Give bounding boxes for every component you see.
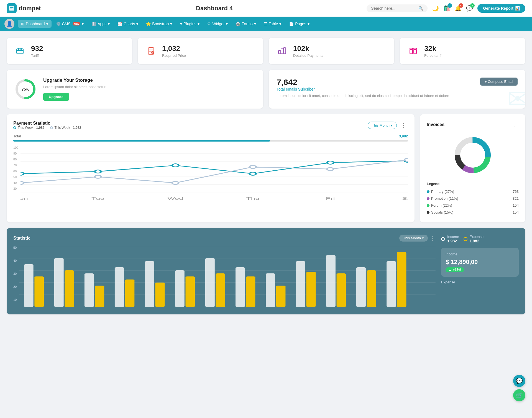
nav-item-dashboard[interactable]: ⊞ Dashboard ▾ <box>18 20 52 28</box>
nav-item-cms[interactable]: ⚙️ CMS New ▾ <box>53 20 87 28</box>
legend-primary-left: Primary (27%) <box>427 189 454 194</box>
y-30: 30 <box>13 187 18 190</box>
svg-rect-18 <box>414 48 416 50</box>
svg-rect-12 <box>278 50 281 54</box>
nav-label-widget: Widget <box>212 22 224 26</box>
tariff-icon <box>13 44 27 58</box>
legend-row-promotion: Promotion (11%) 321 <box>427 195 519 202</box>
statistic-filter-button[interactable]: This Month ▾ <box>399 235 428 242</box>
bell-icon-wrapper[interactable]: 🔔 12 <box>455 5 462 12</box>
svg-text:+: + <box>152 52 153 54</box>
force-tariff-info: 32k Force tariff <box>424 44 441 58</box>
y-70: 70 <box>13 163 18 167</box>
filter-dropdown-icon: ▾ <box>391 123 393 127</box>
nav-label-plugins: Plugins <box>184 22 196 26</box>
forms-dropdown-icon: ▾ <box>254 22 256 26</box>
email-card-header: 7,642 Total emails Subcriber. Lorem ipsu… <box>277 78 518 98</box>
bar-chart-svg <box>19 246 436 307</box>
invoices-more-button[interactable]: ⋮ <box>510 121 519 129</box>
search-box[interactable]: 🔍 <box>367 4 428 12</box>
payment-chart-card: Payment Statistic This Week 1.982 This W… <box>7 114 415 222</box>
nav-label-charts: Charts <box>124 22 135 26</box>
legend-title: Legend <box>427 182 519 186</box>
chat-badge: 5 <box>470 3 475 8</box>
bar-y-10: 10 <box>13 298 17 301</box>
nav-item-table[interactable]: ☰ Table ▾ <box>260 20 285 28</box>
generate-report-label: Generate Report <box>483 6 513 11</box>
svg-rect-3 <box>17 49 23 54</box>
storage-info: Upgrade Your Storage Lorem ipsum dolor s… <box>43 78 106 101</box>
svg-point-36 <box>172 181 179 184</box>
nav-item-pages[interactable]: 📄 Pages ▾ <box>286 20 313 28</box>
moon-icon[interactable]: 🌙 <box>432 5 439 12</box>
nav-item-plugins[interactable]: ♥ Plugins ▾ <box>177 20 203 28</box>
expense-detail-label: Expense <box>441 280 519 284</box>
expense-legend-dot <box>464 237 467 241</box>
bar-chart-svg-wrapper <box>19 246 436 308</box>
dropdown-icon: ▾ <box>46 22 48 26</box>
compose-email-button[interactable]: + Compose Email <box>480 78 518 86</box>
svg-rect-72 <box>266 273 275 307</box>
nav-avatar: 👤 <box>4 19 14 29</box>
main-content: 932 Tariff + 1,032 Required Price <box>0 31 532 321</box>
income-legend-dot <box>441 237 445 241</box>
upgrade-button[interactable]: Upgrade <box>43 93 69 101</box>
required-price-value: 1,032 <box>162 44 186 53</box>
tariff-value: 932 <box>31 44 43 53</box>
promotion-color-dot <box>427 197 429 200</box>
shop-icon-wrapper[interactable]: 🛍️ 2 <box>443 5 450 12</box>
svg-rect-81 <box>397 252 406 307</box>
svg-rect-15 <box>410 50 413 54</box>
email-envelope-icon: ✉ <box>507 86 525 109</box>
svg-text:Mon: Mon <box>21 196 28 201</box>
storage-percent-label: 75% <box>22 87 29 91</box>
payment-chart-header: Payment Statistic This Week 1.982 This W… <box>13 121 408 130</box>
svg-rect-5 <box>21 48 22 50</box>
income-detail-label: Income <box>446 252 514 256</box>
svg-rect-78 <box>356 267 366 307</box>
svg-point-32 <box>327 161 334 164</box>
invoices-legend: Legend Primary (27%) 763 Promotion (11%)… <box>427 182 519 216</box>
storage-description: Lorem ipsum dolor sit amet, onsectetur. <box>43 85 106 89</box>
legend-label-2: This Week <box>55 126 70 130</box>
svg-rect-67 <box>186 276 195 307</box>
table-dropdown-icon: ▾ <box>279 22 281 26</box>
nav-item-charts[interactable]: 📈 Charts ▾ <box>114 20 142 28</box>
svg-rect-80 <box>387 261 396 307</box>
svg-rect-76 <box>326 255 336 307</box>
bar-y-30: 30 <box>13 272 17 275</box>
payment-chart-more-button[interactable]: ⋮ <box>399 121 408 129</box>
nav-item-bootstrap[interactable]: ⭐ Bootstrap ▾ <box>143 20 175 28</box>
forms-icon: 🖨️ <box>236 22 240 26</box>
svg-rect-14 <box>283 48 286 54</box>
detailed-payments-info: 102k Detailed Payments <box>293 44 323 58</box>
y-90: 90 <box>13 152 18 155</box>
search-input[interactable] <box>371 6 416 11</box>
nav-item-widget[interactable]: ♡ Widget ▾ <box>204 20 231 28</box>
primary-legend-label: Primary (27%) <box>431 189 454 194</box>
payment-chart-filter: This Month ▾ ⋮ <box>368 121 408 129</box>
chat-icon-wrapper[interactable]: 💬 5 <box>466 5 473 12</box>
dashboard-icon: ⊞ <box>21 22 24 26</box>
svg-point-34 <box>21 181 24 184</box>
email-count: 7,642 <box>277 78 449 87</box>
income-legend-info: Income 1.982 <box>447 235 459 243</box>
generate-report-button[interactable]: Generate Report 📊 <box>477 4 525 13</box>
svg-rect-63 <box>125 279 135 307</box>
legend-row-forum: Forum (22%) 154 <box>427 202 519 209</box>
svg-point-30 <box>172 164 179 167</box>
svg-rect-65 <box>155 283 165 307</box>
statistic-dropdown-icon: ▾ <box>422 236 424 240</box>
svg-rect-66 <box>175 270 185 307</box>
nav-label-apps: Apps <box>98 22 106 26</box>
filter-this-month-button[interactable]: This Month ▾ <box>368 122 397 129</box>
svg-text:Sat: Sat <box>402 196 408 201</box>
nav-item-forms[interactable]: 🖨️ Forms ▾ <box>232 20 259 28</box>
svg-rect-56 <box>24 264 34 307</box>
nav-label-cms: CMS <box>62 22 71 26</box>
y-80: 80 <box>13 158 18 161</box>
statistic-more-button[interactable]: ⋮ <box>430 235 436 242</box>
pages-icon: 📄 <box>289 22 294 26</box>
nav-item-apps[interactable]: ℹ️ Apps ▾ <box>88 20 113 28</box>
income-badge: ▲ +15% <box>446 267 464 272</box>
